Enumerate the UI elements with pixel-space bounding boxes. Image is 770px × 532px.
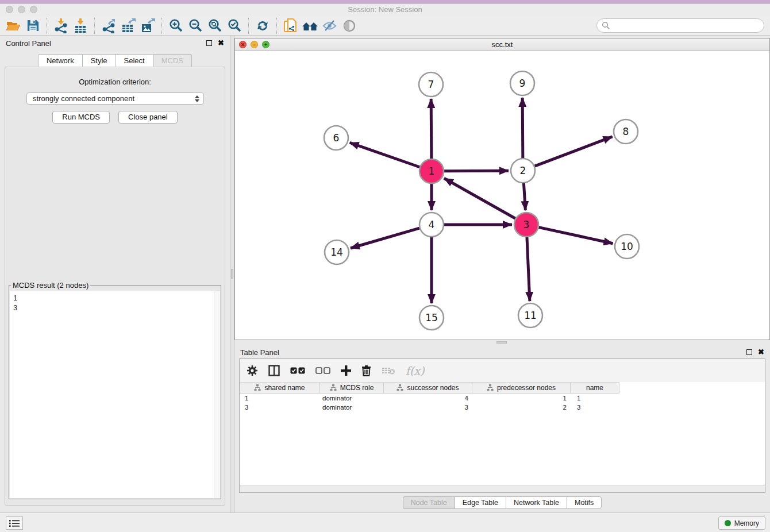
cell-predecessor-nodes[interactable]: 1 [472, 394, 571, 403]
optimization-criterion-select[interactable]: strongly connected component [26, 92, 204, 105]
show-all-eye-icon[interactable] [340, 17, 359, 34]
delete-row-trash-icon[interactable] [361, 365, 371, 376]
table-panel-close-icon[interactable]: ✖ [758, 349, 764, 355]
table-horizontal-scrollbar[interactable] [240, 485, 765, 492]
hierarchy-icon [487, 384, 494, 391]
search-input[interactable] [610, 20, 764, 32]
tab-network[interactable]: Network [38, 54, 82, 67]
main-toolbar [0, 16, 770, 36]
column-header-name[interactable]: name [571, 383, 619, 393]
export-table-icon[interactable] [118, 17, 138, 34]
export-image-icon[interactable] [138, 17, 157, 34]
graph-edge-1-2[interactable] [444, 171, 509, 171]
hide-selected-eye-icon[interactable] [320, 17, 340, 34]
cell-predecessor-nodes[interactable]: 2 [472, 403, 571, 412]
graph-edge-2-9[interactable] [522, 98, 523, 158]
apply-function-icon: f(x) [406, 364, 425, 377]
column-label: MCDS role [340, 384, 374, 392]
graph-node-label: 3 [523, 219, 530, 230]
cell-successor-nodes[interactable]: 4 [384, 394, 472, 403]
close-window-button[interactable] [6, 6, 13, 13]
graph-node-label: 7 [428, 79, 434, 90]
column-header-mcds-role[interactable]: MCDS role [320, 383, 384, 393]
cell-shared-name[interactable]: 1 [240, 394, 320, 403]
tab-edge-table[interactable]: Edge Table [455, 496, 506, 509]
panel-split-divider[interactable] [230, 36, 234, 512]
cell-name[interactable]: 1 [571, 394, 619, 403]
graph-edge-3-1[interactable] [444, 178, 515, 218]
close-panel-button[interactable]: Close panel [118, 111, 178, 124]
add-row-plus-icon[interactable] [341, 365, 351, 376]
column-header-successor-nodes[interactable]: successor nodes [384, 383, 472, 393]
import-table-icon[interactable] [71, 17, 90, 34]
table-panel-float-icon[interactable] [746, 349, 752, 355]
zoom-fit-icon[interactable] [205, 17, 225, 34]
refresh-layout-icon[interactable] [253, 17, 272, 34]
select-stepper-icon [195, 95, 199, 102]
zoom-window-button[interactable] [30, 6, 37, 13]
graph-edge-4-14[interactable] [351, 228, 419, 248]
cell-successor-nodes[interactable]: 3 [384, 403, 472, 412]
network-canvas[interactable]: 7968124314101511 [235, 51, 769, 340]
import-network-icon[interactable] [51, 17, 71, 34]
cell-name[interactable]: 3 [571, 403, 619, 412]
open-session-icon[interactable] [3, 17, 23, 34]
export-network-icon[interactable] [99, 17, 118, 34]
network-graph[interactable]: 7968124314101511 [235, 51, 769, 340]
control-panel-close-icon[interactable]: ✖ [218, 40, 224, 46]
cell-shared-name[interactable]: 3 [240, 403, 320, 412]
folder-open-icon [6, 19, 21, 33]
tab-select[interactable]: Select [116, 54, 153, 67]
graph-node-label: 2 [520, 165, 526, 176]
divider-grip[interactable] [496, 341, 507, 344]
tab-motifs[interactable]: Motifs [567, 496, 602, 509]
table-row[interactable]: 1 dominator 4 1 1 [240, 394, 765, 403]
graph-edge-1-6[interactable] [350, 142, 420, 167]
mcds-panel: Optimization criterion: strongly connect… [5, 67, 225, 506]
hierarchy-icon [254, 384, 261, 391]
network-window-titlebar[interactable]: ✕ − + scc.txt [235, 38, 769, 51]
graph-edge-2-3[interactable] [523, 183, 525, 210]
new-network-from-selection-icon[interactable] [281, 17, 301, 34]
tab-mcds[interactable]: MCDS [153, 54, 192, 67]
graph-node-label: 14 [330, 246, 343, 258]
memory-button[interactable]: Memory [718, 516, 765, 530]
task-history-button[interactable] [6, 516, 23, 530]
mcds-result-text[interactable]: 1 3 [10, 291, 220, 498]
control-panel-title: Control Panel [6, 39, 51, 48]
run-mcds-button[interactable]: Run MCDS [52, 111, 110, 124]
mcds-result-scrollbar[interactable] [214, 291, 220, 498]
tab-style[interactable]: Style [82, 54, 116, 67]
window-traffic-lights[interactable] [6, 6, 37, 13]
tab-network-table[interactable]: Network Table [506, 496, 567, 509]
column-header-shared-name[interactable]: shared name [240, 383, 320, 393]
delete-table-icon [382, 366, 395, 375]
first-neighbors-icon[interactable] [301, 17, 320, 34]
graph-edge-1-7[interactable] [431, 99, 432, 159]
table-row[interactable]: 3 dominator 3 2 3 [240, 403, 765, 412]
save-session-icon[interactable] [23, 17, 43, 34]
select-all-icon[interactable] [290, 367, 305, 375]
toolbar-separator [248, 18, 249, 34]
column-header-predecessor-nodes[interactable]: predecessor nodes [472, 383, 571, 393]
network-close-button[interactable]: ✕ [239, 41, 247, 48]
column-panel-icon[interactable] [268, 365, 280, 376]
search-field[interactable] [596, 18, 764, 33]
graph-edge-3-10[interactable] [538, 228, 613, 244]
graph-edge-3-11[interactable] [527, 237, 530, 301]
network-minimize-button[interactable]: − [251, 41, 258, 48]
cell-mcds-role[interactable]: dominator [320, 403, 384, 412]
deselect-all-icon[interactable] [315, 367, 330, 375]
tab-node-table[interactable]: Node Table [403, 496, 455, 509]
divider-grip[interactable] [231, 269, 233, 279]
network-maximize-button[interactable]: + [262, 41, 270, 48]
control-panel-float-icon[interactable] [206, 40, 212, 46]
cell-mcds-role[interactable]: dominator [320, 394, 384, 403]
minimize-window-button[interactable] [18, 6, 25, 13]
table-split-divider[interactable] [234, 340, 770, 345]
zoom-in-icon[interactable] [166, 17, 186, 34]
table-settings-gear-icon[interactable] [247, 365, 258, 376]
zoom-selected-icon[interactable] [225, 17, 244, 34]
zoom-out-icon[interactable] [186, 17, 205, 34]
graph-edge-2-8[interactable] [535, 137, 613, 166]
